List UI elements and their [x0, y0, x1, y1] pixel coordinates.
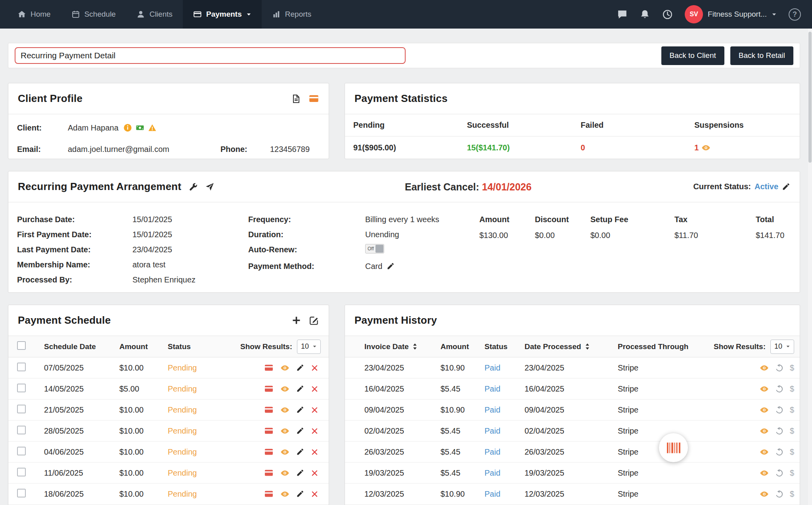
status-cell[interactable]: Paid [485, 469, 525, 478]
charge-icon[interactable]: $ [790, 363, 794, 373]
status-cell[interactable]: Paid [485, 426, 525, 436]
delete-icon[interactable] [311, 364, 318, 372]
barcode-scan-button[interactable] [659, 433, 688, 462]
history-table-header: Invoice Date Amount Status Date Processe… [345, 336, 800, 357]
charge-card-icon[interactable] [264, 384, 274, 394]
edit-icon[interactable] [296, 385, 304, 393]
delete-icon[interactable] [311, 406, 318, 414]
status-cell[interactable]: Paid [485, 490, 525, 499]
row-checkbox[interactable] [17, 468, 26, 476]
view-icon[interactable] [760, 363, 769, 373]
edit-icon[interactable] [296, 427, 304, 435]
charge-card-icon[interactable] [264, 468, 274, 478]
row-checkbox[interactable] [17, 405, 26, 413]
charge-card-icon[interactable] [264, 405, 274, 415]
edit-icon[interactable] [296, 448, 304, 456]
sort-icon[interactable] [412, 343, 417, 350]
page-title-input[interactable] [15, 47, 406, 64]
view-icon[interactable] [280, 426, 289, 436]
status-cell[interactable]: Paid [485, 447, 525, 457]
money-icon[interactable] [136, 123, 144, 132]
edit-payment-method-icon[interactable] [387, 262, 395, 270]
row-checkbox[interactable] [17, 426, 26, 434]
delete-icon[interactable] [311, 469, 318, 477]
clock-icon[interactable] [662, 9, 673, 20]
view-icon[interactable] [280, 405, 289, 415]
refund-icon[interactable] [775, 406, 783, 414]
add-payment-icon[interactable] [291, 315, 301, 325]
charge-icon[interactable]: $ [790, 469, 794, 478]
document-icon[interactable] [291, 94, 301, 104]
nav-item-home[interactable]: Home [7, 0, 61, 29]
refund-icon[interactable] [775, 448, 783, 456]
charge-icon[interactable]: $ [790, 426, 794, 436]
charge-card-icon[interactable] [264, 363, 274, 373]
eye-icon[interactable] [701, 143, 710, 152]
charge-icon[interactable]: $ [790, 405, 794, 415]
show-results-select[interactable]: 10 [297, 340, 321, 354]
card-icon[interactable] [308, 93, 319, 104]
view-icon[interactable] [280, 384, 289, 394]
row-checkbox[interactable] [17, 363, 26, 371]
warning-icon[interactable] [148, 123, 157, 132]
charge-icon[interactable]: $ [790, 490, 794, 499]
refund-icon[interactable] [775, 364, 783, 372]
charge-card-icon[interactable] [264, 489, 274, 499]
row-checkbox[interactable] [17, 384, 26, 392]
refund-icon[interactable] [775, 427, 783, 435]
delete-icon[interactable] [311, 490, 318, 498]
view-icon[interactable] [760, 405, 769, 415]
status-cell[interactable]: Paid [485, 384, 525, 394]
account-menu[interactable]: SV Fitness Support... [685, 5, 777, 23]
refund-icon[interactable] [775, 490, 783, 498]
row-checkbox[interactable] [17, 489, 26, 497]
select-all-checkbox[interactable] [17, 341, 26, 350]
edit-icon[interactable] [296, 490, 304, 498]
scrollbar-thumb[interactable] [808, 32, 812, 163]
show-results-select[interactable]: 10 [770, 340, 794, 354]
charge-card-icon[interactable] [264, 447, 274, 457]
row-checkbox[interactable] [17, 447, 26, 455]
current-status-value[interactable]: Active [755, 182, 778, 191]
delete-icon[interactable] [311, 448, 318, 456]
sort-icon[interactable] [585, 343, 590, 350]
view-icon[interactable] [760, 426, 769, 436]
help-icon[interactable]: ? [789, 8, 801, 21]
view-icon[interactable] [760, 490, 769, 499]
chat-icon[interactable] [617, 9, 628, 20]
view-icon[interactable] [280, 469, 289, 478]
view-icon[interactable] [760, 469, 769, 478]
status-cell[interactable]: Paid [485, 363, 525, 373]
charge-icon[interactable]: $ [790, 384, 794, 394]
view-icon[interactable] [280, 447, 289, 457]
nav-item-clients[interactable]: Clients [126, 0, 183, 29]
nav-item-payments[interactable]: Payments [183, 0, 262, 29]
info-icon[interactable] [123, 123, 132, 132]
delete-icon[interactable] [311, 385, 318, 393]
column-header[interactable]: Invoice Date [364, 342, 409, 351]
view-icon[interactable] [760, 447, 769, 457]
edit-schedule-icon[interactable] [309, 315, 319, 326]
edit-icon[interactable] [296, 469, 304, 477]
view-icon[interactable] [280, 363, 289, 373]
delete-icon[interactable] [311, 427, 318, 435]
back-to-client-button[interactable]: Back to Client [661, 46, 724, 65]
view-icon[interactable] [760, 384, 769, 394]
edit-status-icon[interactable] [782, 182, 790, 191]
charge-card-icon[interactable] [264, 426, 274, 436]
edit-icon[interactable] [296, 364, 304, 372]
nav-item-schedule[interactable]: Schedule [61, 0, 126, 29]
send-icon[interactable] [205, 182, 214, 192]
column-header[interactable]: Date Processed [525, 342, 581, 351]
bell-icon[interactable] [640, 9, 650, 20]
wrench-icon[interactable] [188, 182, 198, 192]
view-icon[interactable] [280, 490, 289, 499]
edit-icon[interactable] [296, 406, 304, 414]
charge-icon[interactable]: $ [790, 447, 794, 457]
nav-item-reports[interactable]: Reports [262, 0, 322, 29]
back-to-retail-button[interactable]: Back to Retail [730, 46, 793, 65]
refund-icon[interactable] [775, 469, 783, 477]
status-cell[interactable]: Paid [485, 405, 525, 415]
refund-icon[interactable] [775, 385, 783, 393]
auto-renew-toggle[interactable]: Off [365, 244, 384, 253]
